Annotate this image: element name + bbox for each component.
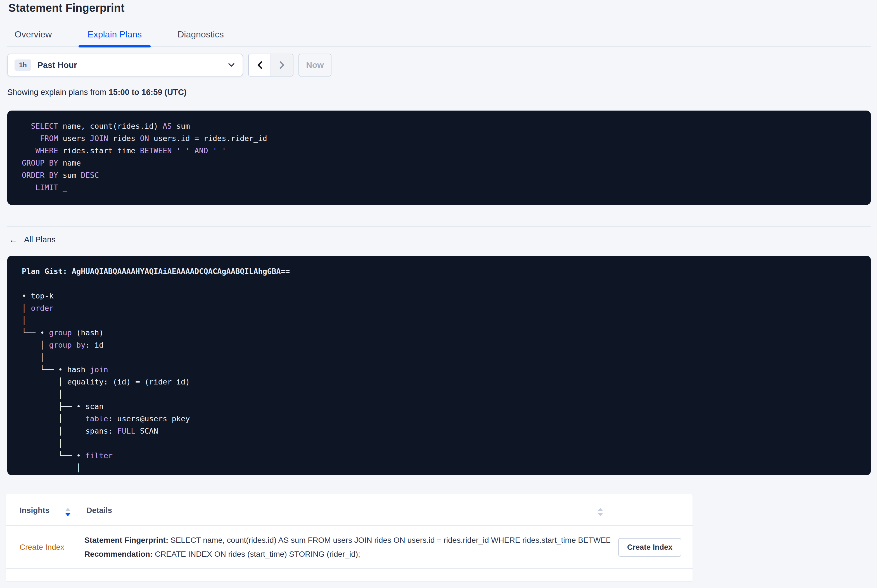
code-line: SELECT name, count(rides.id) AS sum [22,120,860,132]
all-plans-label: All Plans [24,235,56,244]
sort-icon-details[interactable] [597,508,603,516]
insights-card: Insights Details Create Index Statement … [6,494,693,582]
code-line: └── • filter [22,450,860,462]
code-line: Plan Gist: AgHUAQIABQAAAAHYAQIAiAEAAAADC… [22,265,860,278]
code-line: └── • hash join [22,363,860,376]
time-pager [248,54,293,76]
insight-table-row: Create Index Statement Fingerprint: SELE… [6,526,692,569]
code-line: │ spans: FULL SCAN [22,425,860,437]
insights-table-header: Insights Details [6,494,692,526]
code-line: │ order [22,302,860,314]
code-line: │ [22,462,860,474]
summary-prefix: Showing explain plans from [7,88,109,97]
insight-recommendation-line: Recommendation: CREATE INDEX ON rides (s… [84,547,611,561]
next-interval-button[interactable] [271,54,293,76]
recommendation-value: CREATE INDEX ON rides (start_time) STORI… [153,550,360,558]
all-plans-back-link[interactable]: ← All Plans [9,234,56,245]
code-line: │ equality: (id) = (rider_id) [22,376,860,388]
code-line: WHERE rides.start_time BETWEEN '_' AND '… [22,145,860,157]
code-line: │ [22,314,860,327]
tab-explain-plans[interactable]: Explain Plans [87,29,142,46]
sort-up-triangle [597,508,603,511]
time-range-select[interactable]: 1h Past Hour [7,54,243,76]
sort-up-triangle [65,508,71,511]
showing-plans-summary: Showing explain plans from 15:00 to 16:5… [7,88,187,97]
code-line: GROUP BY name [22,157,860,169]
chevron-down-icon [228,63,235,67]
sort-icon-insights[interactable] [65,508,71,516]
tab-bar: Overview Explain Plans Diagnostics [7,22,871,47]
tab-diagnostics[interactable]: Diagnostics [178,29,224,46]
code-line: └── • group (hash) [22,327,860,339]
time-controls: 1h Past Hour Now [7,54,331,76]
now-button[interactable]: Now [298,54,331,76]
code-line: │ [22,437,860,450]
fingerprint-value: SELECT name, count(rides.id) AS sum FROM… [168,536,611,544]
code-line: ORDER BY sum DESC [22,169,860,182]
sort-down-triangle [597,513,603,516]
plan-gist-panel: Plan Gist: AgHUAQIABQAAAAHYAQIAiAEAAAADC… [7,256,871,475]
code-line [22,278,860,290]
code-line: • top-k [22,290,860,302]
insight-fingerprint-line: Statement Fingerprint: SELECT name, coun… [84,533,611,547]
time-range-badge: 1h [15,60,31,70]
time-range-label: Past Hour [38,60,228,70]
sql-fingerprint-panel: SELECT name, count(rides.id) AS sum FROM… [7,111,871,205]
column-header-insights[interactable]: Insights [20,506,50,518]
code-line: │ group by: id [22,339,860,351]
section-divider [7,226,871,227]
recommendation-label: Recommendation: [84,550,153,558]
code-line: LIMIT _ [22,182,860,194]
tab-overview[interactable]: Overview [15,29,52,46]
chevron-right-icon [279,61,285,69]
code-line: │ [22,388,860,400]
code-line: │ table: users@users_pkey [22,412,860,425]
insight-type-link[interactable]: Create Index [20,543,84,552]
statement-fingerprint-page: Statement Fingerprint Overview Explain P… [0,0,877,588]
code-line: │ [22,351,860,363]
column-header-details[interactable]: Details [86,506,112,518]
sort-down-triangle [65,513,71,516]
chevron-left-icon [256,61,263,69]
code-line: ├── • scan [22,400,860,412]
code-line: │ [22,474,860,475]
summary-range: 15:00 to 16:59 (UTC) [109,88,187,97]
sql-fingerprint-code: SELECT name, count(rides.id) AS sum FROM… [7,111,871,194]
previous-interval-button[interactable] [249,54,271,76]
fingerprint-label: Statement Fingerprint: [84,536,168,544]
code-line: FROM users JOIN rides ON users.id = ride… [22,132,860,145]
plan-gist-code: Plan Gist: AgHUAQIABQAAAAHYAQIAiAEAAAADC… [7,256,871,475]
arrow-left-icon: ← [9,234,18,245]
page-title: Statement Fingerprint [8,2,125,14]
insight-details-cell: Statement Fingerprint: SELECT name, coun… [84,533,611,561]
create-index-button[interactable]: Create Index [618,538,681,557]
